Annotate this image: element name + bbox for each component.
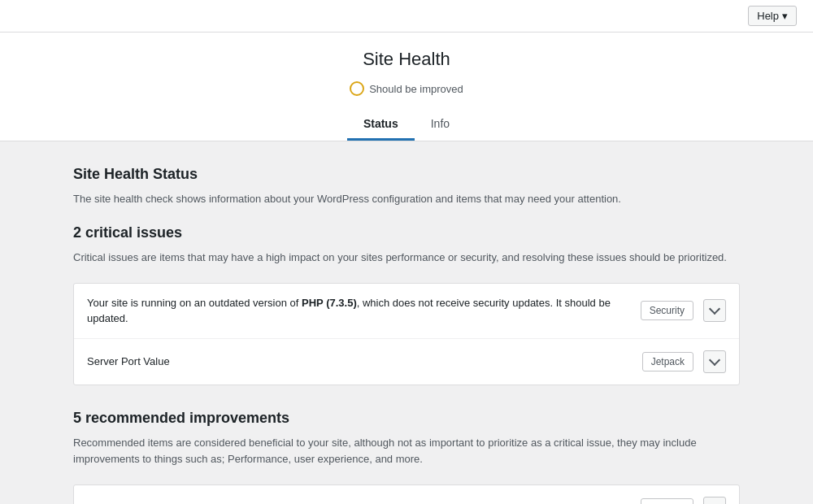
recommended-improvements-title: 5 recommended improvements bbox=[73, 410, 740, 427]
page-header: Site Health Should be improved Status In… bbox=[0, 33, 813, 141]
critical-issue-tag-2: Jetpack bbox=[642, 352, 693, 371]
status-circle-icon bbox=[350, 81, 364, 96]
critical-issue-text-1: Your site is running on an outdated vers… bbox=[87, 295, 631, 327]
recommended-improvements-description: Recommended items are considered benefic… bbox=[73, 435, 740, 469]
recommended-improvements-section: 5 recommended improvements Recommended i… bbox=[73, 410, 740, 504]
critical-issues-description: Critical issues are items that may have … bbox=[73, 250, 740, 267]
recommended-issue-tag-1: Security bbox=[641, 498, 693, 504]
critical-issue-row-1: Your site is running on an outdated vers… bbox=[74, 284, 739, 339]
tabs-nav: Status Info bbox=[0, 109, 813, 141]
critical-issue-expand-button-2[interactable] bbox=[703, 350, 726, 373]
critical-issues-section: 2 critical issues Critical issues are it… bbox=[73, 224, 740, 385]
tab-status[interactable]: Status bbox=[347, 109, 415, 141]
site-health-status-description: The site health check shows information … bbox=[73, 191, 740, 208]
recommended-improvements-panel: You should remove inactive plugins Secur… bbox=[73, 484, 740, 504]
chevron-icon: ▾ bbox=[782, 10, 788, 22]
critical-issue-row-2: Server Port Value Jetpack bbox=[74, 339, 739, 385]
main-content: Site Health Status The site health check… bbox=[57, 141, 756, 504]
help-button[interactable]: Help ▾ bbox=[748, 6, 797, 26]
critical-issues-title: 2 critical issues bbox=[73, 224, 740, 241]
page-title: Site Health bbox=[0, 49, 813, 70]
status-text: Should be improved bbox=[369, 83, 463, 95]
chevron-down-icon-r1 bbox=[709, 501, 720, 504]
recommended-issue-expand-button-1[interactable] bbox=[703, 497, 726, 504]
chevron-down-icon-2 bbox=[709, 354, 720, 366]
critical-issues-panel: Your site is running on an outdated vers… bbox=[73, 283, 740, 385]
critical-issue-expand-button-1[interactable] bbox=[703, 299, 726, 322]
help-label: Help bbox=[757, 10, 779, 22]
status-indicator: Should be improved bbox=[350, 81, 463, 96]
site-health-status-section: Site Health Status The site health check… bbox=[73, 166, 740, 208]
critical-issue-tag-1: Security bbox=[641, 301, 693, 320]
top-bar: Help ▾ bbox=[0, 0, 813, 33]
chevron-down-icon bbox=[709, 303, 720, 315]
site-health-status-title: Site Health Status bbox=[73, 166, 740, 183]
recommended-issue-text-1: You should remove inactive plugins bbox=[87, 500, 631, 504]
recommended-issue-row-1: You should remove inactive plugins Secur… bbox=[74, 485, 739, 504]
critical-issue-text-2: Server Port Value bbox=[87, 354, 633, 370]
tab-info[interactable]: Info bbox=[415, 109, 466, 141]
